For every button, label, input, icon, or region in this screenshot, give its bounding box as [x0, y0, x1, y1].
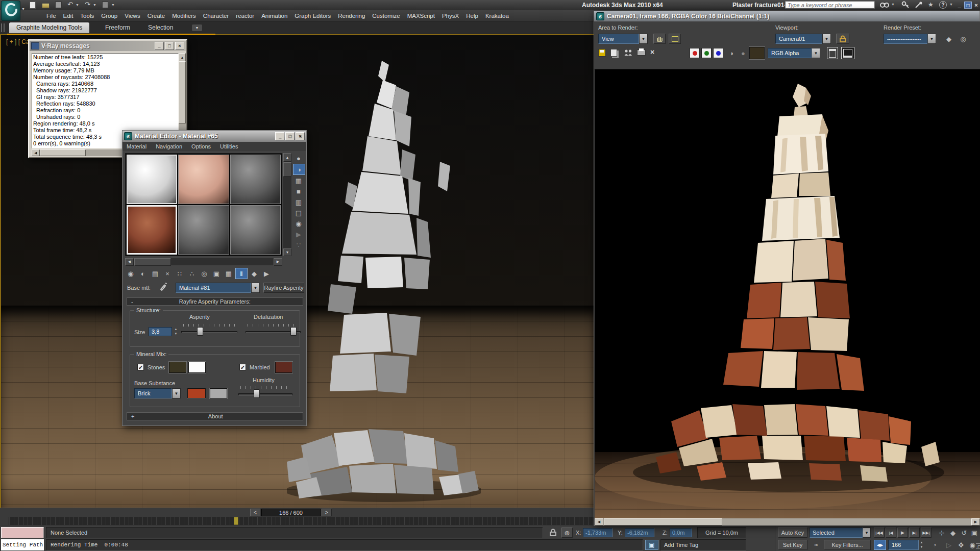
sample-type-icon[interactable]: ● [293, 153, 304, 163]
print-image-icon[interactable] [637, 49, 646, 56]
production-render-icon[interactable]: ◎ [958, 34, 969, 44]
menu-customize[interactable]: Customize [369, 10, 403, 21]
menu-edit[interactable]: Edit [60, 10, 77, 21]
assign-material-icon[interactable]: ▤ [150, 268, 161, 279]
x-coord-field[interactable]: -1,733m [583, 528, 612, 537]
menu-modifiers[interactable]: Modifiers [168, 10, 200, 21]
slots-scroll-left-icon[interactable]: ◀ [125, 258, 134, 266]
vray-minimize-icon[interactable]: _ [155, 42, 164, 50]
monochrome-icon[interactable]: ◑ [726, 48, 737, 58]
window-close-button[interactable]: × [973, 2, 979, 9]
pan-hand-icon[interactable]: ✥ [955, 540, 967, 550]
vfb-scroll-thumb[interactable] [604, 518, 722, 525]
base-mtl-dropdown-icon[interactable]: ▼ [251, 283, 260, 293]
maximize-viewport-icon[interactable]: ▣ [969, 528, 980, 538]
mat-menu-utilities[interactable]: Utilities [220, 143, 238, 149]
pick-material-dropper-icon[interactable] [159, 282, 167, 292]
put-to-library-icon[interactable]: ◎ [199, 268, 210, 279]
time-slider-next-icon[interactable]: > [322, 509, 332, 516]
base-substance-swatch-2[interactable] [210, 388, 227, 398]
zoom-region-icon[interactable]: ◲ [976, 540, 980, 550]
about-rollout[interactable]: + About [127, 412, 303, 420]
menu-group[interactable]: Group [97, 10, 121, 21]
make-preview-icon[interactable]: ▤ [293, 208, 304, 218]
about-expand-icon[interactable]: + [131, 413, 134, 419]
material-id-channel-icon[interactable]: ▣ [211, 268, 222, 279]
window-restore-button[interactable]: □ [964, 2, 972, 9]
slots-scroll-up-icon[interactable]: ▲ [283, 153, 291, 162]
redo-dropdown-icon[interactable]: ▼ [93, 3, 96, 7]
red-channel-icon[interactable] [690, 48, 700, 58]
material-slot-gray-1[interactable] [230, 155, 281, 204]
mat-maximize-icon[interactable]: □ [285, 132, 295, 140]
previous-frame-icon[interactable]: |◀ [886, 528, 896, 538]
workspace-icon[interactable] [102, 2, 108, 8]
vray-maximize-icon[interactable]: □ [165, 42, 174, 50]
vfb-viewport-dropdown-icon[interactable]: ▼ [822, 34, 831, 44]
stones-color-swatch-2[interactable] [188, 362, 206, 373]
menu-krakatoa[interactable]: Krakatoa [482, 10, 512, 21]
stones-color-swatch-1[interactable] [169, 362, 186, 373]
humidity-slider[interactable] [238, 393, 292, 395]
slots-vscrollbar[interactable]: ▲ ▼ [283, 153, 291, 256]
marbled-checkbox[interactable]: ✓ [239, 364, 246, 370]
base-substance-dropdown-icon[interactable]: ▼ [172, 388, 181, 398]
save-file-icon[interactable] [55, 2, 62, 8]
make-unique-icon[interactable]: ∴ [186, 268, 198, 279]
ribbon-expand-icon[interactable]: ▼ [192, 24, 202, 31]
play-animation-icon[interactable]: ▶ [897, 528, 908, 538]
vray-scroll-up-icon[interactable]: ▲ [179, 53, 186, 61]
mat-menu-navigation[interactable]: Navigation [156, 143, 182, 149]
vfb-titlebar[interactable]: ϭ Camera01, frame 166, RGBA Color 16 Bit… [594, 11, 979, 21]
material-options-icon[interactable]: ◉ [293, 218, 304, 229]
menu-rendering[interactable]: Rendering [334, 10, 369, 21]
current-frame-field[interactable]: 166 [888, 540, 919, 550]
channel-display-dropdown[interactable]: RGB Alpha [768, 48, 812, 58]
backlight-icon[interactable]: ◑ [293, 164, 305, 175]
material-type-button[interactable]: Rayfire Asperity [263, 283, 304, 293]
vray-scroll-left-icon[interactable]: ◀ [32, 149, 40, 156]
material-slot-gray-2[interactable] [178, 205, 229, 255]
rollout-header[interactable]: - Rayfire Asperity Parameters: [127, 297, 303, 306]
blue-channel-icon[interactable] [713, 48, 723, 58]
vfb-viewport-dropdown[interactable]: Camera01 [775, 34, 822, 44]
base-substance-dropdown[interactable]: Brick [134, 388, 172, 398]
vray-close-icon[interactable]: × [175, 42, 184, 50]
vfb-scroll-right-icon[interactable]: ▶ [971, 518, 980, 525]
menu-tools[interactable]: Tools [77, 10, 97, 21]
material-slot-pink[interactable] [178, 155, 229, 204]
help-icon[interactable]: ? [939, 1, 947, 9]
show-end-result-icon[interactable]: ‖ [235, 268, 248, 279]
z-coord-field[interactable]: 0,0m [670, 528, 692, 537]
viewport-lock-icon[interactable] [836, 34, 849, 44]
trackbar-grip[interactable] [0, 517, 9, 525]
menu-reactor[interactable]: reactor [232, 10, 258, 21]
vfb-hscrollbar[interactable]: ◀ ▶ [595, 518, 980, 525]
time-tag-cube-icon[interactable]: ▣ [645, 540, 658, 550]
preset-dropdown-icon[interactable]: ▼ [927, 34, 936, 44]
menu-maxscript[interactable]: MAXScript [404, 10, 438, 21]
mat-close-icon[interactable]: × [296, 132, 305, 140]
detalization-slider-handle[interactable] [290, 327, 297, 336]
show-map-in-viewport-icon[interactable]: ▦ [223, 268, 234, 279]
tab-graphite-modeling-tools[interactable]: Graphite Modeling Tools [9, 22, 89, 33]
size-field[interactable]: 3,8 [149, 327, 172, 336]
material-editor-window[interactable]: ϭ Material Editor - Material #65 _ □ × M… [122, 130, 307, 426]
vray-scroll-thumb[interactable] [179, 61, 186, 123]
undo-icon[interactable]: ↶ [67, 1, 73, 8]
selection-set-dropdown-icon[interactable]: ▼ [863, 528, 871, 538]
open-file-icon[interactable] [42, 3, 50, 8]
favorites-star-icon[interactable]: ★ [928, 1, 934, 8]
search-dropdown-icon[interactable]: ▼ [891, 3, 895, 6]
time-slider-handle[interactable]: 166 / 600 [261, 509, 321, 516]
slots-scroll-thumb[interactable] [283, 162, 291, 177]
track-bar[interactable] [0, 517, 594, 525]
set-key-button[interactable]: Set Key [778, 540, 807, 550]
render-preset-dropdown[interactable]: -------------------- [884, 34, 927, 44]
macro-recorder-pane[interactable] [1, 527, 44, 538]
selection-lock-icon[interactable] [549, 529, 557, 537]
tab-selection[interactable]: Selection [141, 22, 180, 33]
redo-icon[interactable]: ↷ [85, 1, 90, 8]
logo-dropdown-icon[interactable]: ▼ [21, 7, 25, 11]
render-frame-window[interactable]: ϭ Camera01, frame 166, RGBA Color 16 Bit… [594, 11, 980, 525]
